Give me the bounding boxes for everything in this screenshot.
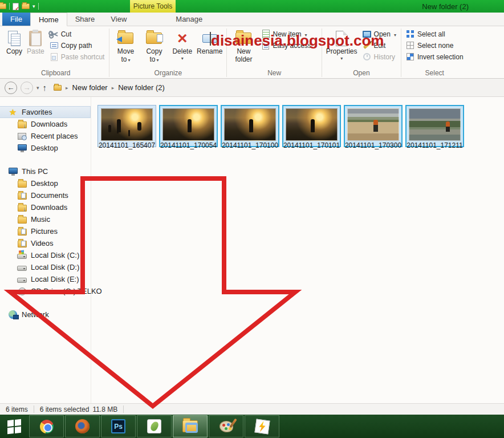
file-name: 20141101_170100 [222, 141, 278, 149]
picture-tools-contextual-tab[interactable]: Picture Tools [130, 0, 176, 13]
taskbar-winamp-button[interactable] [245, 415, 279, 437]
photo-thumbnail [224, 108, 276, 141]
sidebar-item-local-disk-e[interactable]: Local Disk (E:) [0, 273, 91, 285]
network-icon [9, 310, 17, 319]
paste-label: Paste [27, 47, 44, 55]
copy-to-icon [146, 33, 162, 44]
select-none-button[interactable]: Select none [404, 40, 466, 51]
sidebar-item-recent-places[interactable]: Recent places [0, 130, 91, 142]
taskbar-photoshop-button[interactable]: Ps [101, 415, 136, 437]
file-list-area[interactable]: 20141101_165407 20141101_170054 20141101… [91, 97, 504, 403]
delete-label: Delete [172, 47, 192, 55]
sidebar-item-desktop[interactable]: Desktop [0, 177, 91, 189]
tab-view[interactable]: View [103, 13, 135, 26]
recent-locations-caret-icon[interactable]: ▾ [36, 85, 39, 91]
select-all-button[interactable]: Select all [404, 29, 466, 39]
forward-button[interactable]: → [21, 82, 33, 94]
winamp-icon [254, 419, 270, 434]
history-button[interactable]: History [360, 51, 399, 62]
delete-icon: × [177, 31, 188, 46]
sidebar-item-downloads-pc[interactable]: Downloads [0, 201, 91, 213]
title-bar: ▾ Picture Tools New folder (2) [0, 0, 504, 13]
move-to-button[interactable]: Move to [112, 27, 139, 65]
sidebar-item-downloads[interactable]: Downloads [0, 118, 91, 130]
cut-button[interactable]: Cut [47, 29, 107, 39]
file-tile[interactable]: 20141101_170101 [282, 105, 341, 147]
taskbar-coreldraw-button[interactable] [137, 415, 172, 437]
file-explorer-icon [182, 420, 198, 432]
sidebar-label: Favorites [22, 108, 52, 116]
up-button[interactable]: ↑ [43, 83, 47, 92]
recent-places-icon [18, 133, 26, 140]
star-icon: ★ [8, 107, 18, 117]
sidebar-item-local-disk-c[interactable]: Local Disk (C:) [0, 249, 91, 261]
breadcrumb-item[interactable]: New folder [72, 83, 108, 92]
start-button[interactable] [0, 415, 29, 438]
photo-thumbnail [409, 108, 461, 141]
coreldraw-icon [147, 419, 161, 433]
cut-label: Cut [61, 30, 72, 38]
sidebar-label: Local Disk (C:) [31, 251, 79, 259]
separator [123, 405, 124, 413]
sidebar-label: Desktop [31, 179, 58, 188]
navigation-pane: ★ Favorites Downloads Recent places Desk… [0, 97, 91, 403]
taskbar-paint-button[interactable] [209, 415, 243, 437]
select-all-label: Select all [417, 30, 445, 38]
tab-home[interactable]: Home [30, 13, 67, 26]
file-tile[interactable]: 20141101_171211 [405, 105, 464, 147]
sidebar-item-music[interactable]: Music [0, 213, 91, 225]
new-folder-quick-icon[interactable] [22, 3, 30, 9]
sidebar-label: Music [31, 215, 50, 224]
copy-path-label: Copy path [61, 42, 92, 50]
back-button[interactable]: ← [5, 82, 17, 94]
file-name: 20141101_165407 [99, 141, 155, 149]
copy-to-button[interactable]: Copy to [140, 27, 168, 65]
dropdown-caret-icon [127, 55, 130, 63]
dropdown-caret-icon [155, 55, 158, 63]
sidebar-item-this-pc[interactable]: This PC [0, 165, 91, 177]
taskbar-chrome-button[interactable] [29, 415, 64, 437]
file-name: 20141101_170300 [345, 141, 401, 149]
breadcrumb: ▸ New folder ▸ New folder (2) [54, 83, 165, 92]
file-name: 20141101_171211 [407, 141, 462, 149]
tab-manage[interactable]: Manage [168, 13, 210, 26]
quick-access-toolbar: ▾ [0, 3, 39, 10]
paste-icon [29, 31, 42, 46]
paste-shortcut-button[interactable]: Paste shortcut [47, 51, 107, 62]
file-tile[interactable]: 20141101_170054 [159, 105, 218, 147]
invert-selection-button[interactable]: Invert selection [404, 51, 466, 62]
cut-icon [50, 30, 59, 38]
properties-quick-icon[interactable] [13, 3, 19, 10]
copy-icon [8, 31, 21, 46]
taskbar-firefox-button[interactable] [65, 415, 100, 437]
sidebar-item-pictures[interactable]: Pictures [0, 225, 91, 237]
photo-thumbnail [101, 108, 153, 141]
sidebar-item-documents[interactable]: Documents [0, 189, 91, 201]
file-tile[interactable]: 20141101_165407 [97, 105, 156, 147]
sidebar-item-network[interactable]: Network [0, 309, 91, 321]
copy-button[interactable]: Copy [5, 27, 24, 57]
this-pc-icon [9, 168, 18, 174]
window-title: New folder (2) [422, 0, 469, 13]
system-drive-icon [17, 254, 27, 259]
delete-button[interactable]: × Delete [170, 27, 194, 61]
sidebar-item-videos[interactable]: Videos [0, 237, 91, 249]
tab-file[interactable]: File [2, 13, 30, 26]
taskbar-file-explorer-button[interactable] [173, 415, 208, 437]
sidebar-item-cd-drive[interactable]: CD Drive (G:) TELKO [0, 285, 91, 297]
sidebar-label: Recent places [31, 132, 78, 140]
tab-share[interactable]: Share [67, 13, 103, 26]
file-tile[interactable]: 20141101_170300 [344, 105, 403, 147]
file-tile[interactable]: 20141101_170100 [221, 105, 279, 147]
breadcrumb-item[interactable]: New folder (2) [118, 83, 165, 92]
copy-path-button[interactable]: Copy path [47, 40, 107, 51]
qat-caret-icon[interactable]: ▾ [32, 3, 35, 9]
sidebar-label: Videos [31, 239, 54, 248]
paste-button[interactable]: Paste [25, 27, 46, 57]
sidebar-item-desktop-fav[interactable]: Desktop [0, 142, 91, 154]
sidebar-label: Documents [31, 191, 68, 200]
sidebar-item-favorites[interactable]: ★ Favorites [0, 106, 91, 118]
sidebar-item-local-disk-d[interactable]: Local Disk (D:) [0, 261, 91, 273]
sidebar-label: Downloads [31, 203, 67, 212]
download-folder-icon [18, 121, 27, 128]
